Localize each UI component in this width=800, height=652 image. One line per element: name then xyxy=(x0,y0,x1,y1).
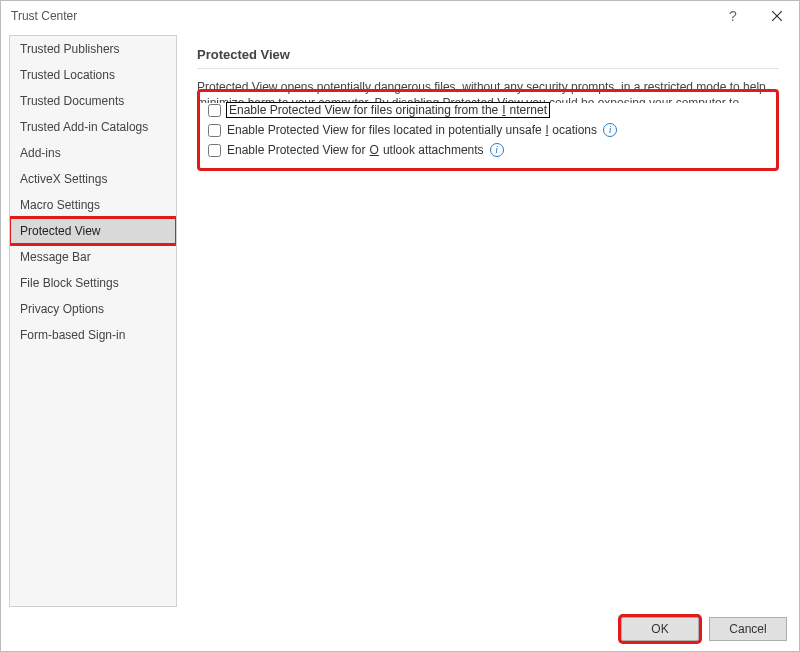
category-sidebar: Trusted Publishers Trusted Locations Tru… xyxy=(9,35,177,607)
checkbox-internet[interactable] xyxy=(208,104,221,117)
option-unsafe-locations[interactable]: Enable Protected View for files located … xyxy=(208,120,768,140)
main-panel: Protected View Protected View opens pote… xyxy=(185,35,791,607)
sidebar-item-privacy-options[interactable]: Privacy Options xyxy=(10,296,176,322)
help-icon: ? xyxy=(729,8,737,24)
sidebar-item-message-bar[interactable]: Message Bar xyxy=(10,244,176,270)
sidebar-item-form-based-signin[interactable]: Form-based Sign-in xyxy=(10,322,176,348)
dialog-body: Trusted Publishers Trusted Locations Tru… xyxy=(1,31,799,607)
option-outlook-attachments[interactable]: Enable Protected View for Outlook attach… xyxy=(208,140,768,160)
titlebar: Trust Center ? xyxy=(1,1,799,31)
sidebar-item-label: Trusted Publishers xyxy=(20,42,120,56)
sidebar-item-label: Trusted Locations xyxy=(20,68,115,82)
info-icon[interactable]: i xyxy=(490,143,504,157)
sidebar-item-label: Privacy Options xyxy=(20,302,104,316)
sidebar-item-label: Trusted Documents xyxy=(20,94,124,108)
protected-view-options: Enable Protected View for files originat… xyxy=(197,89,779,171)
dialog-footer: OK Cancel xyxy=(1,607,799,651)
sidebar-item-activex-settings[interactable]: ActiveX Settings xyxy=(10,166,176,192)
option-label: Enable Protected View for files located … xyxy=(227,123,597,137)
sidebar-item-addins[interactable]: Add-ins xyxy=(10,140,176,166)
ok-button[interactable]: OK xyxy=(621,617,699,641)
sidebar-item-label: Form-based Sign-in xyxy=(20,328,125,342)
sidebar-item-trusted-documents[interactable]: Trusted Documents xyxy=(10,88,176,114)
sidebar-item-trusted-addin-catalogs[interactable]: Trusted Add-in Catalogs xyxy=(10,114,176,140)
option-internet[interactable]: Enable Protected View for files originat… xyxy=(208,100,768,120)
checkbox-outlook-attachments[interactable] xyxy=(208,144,221,157)
sidebar-item-macro-settings[interactable]: Macro Settings xyxy=(10,192,176,218)
section-title: Protected View xyxy=(197,47,779,69)
cancel-button[interactable]: Cancel xyxy=(709,617,787,641)
sidebar-item-label: Message Bar xyxy=(20,250,91,264)
close-icon xyxy=(771,10,783,22)
close-button[interactable] xyxy=(755,1,799,31)
sidebar-item-file-block-settings[interactable]: File Block Settings xyxy=(10,270,176,296)
sidebar-item-trusted-publishers[interactable]: Trusted Publishers xyxy=(10,36,176,62)
sidebar-item-label: Macro Settings xyxy=(20,198,100,212)
help-button[interactable]: ? xyxy=(711,1,755,31)
window-title: Trust Center xyxy=(11,9,711,23)
sidebar-item-label: Add-ins xyxy=(20,146,61,160)
sidebar-item-label: Trusted Add-in Catalogs xyxy=(20,120,148,134)
info-icon[interactable]: i xyxy=(603,123,617,137)
sidebar-item-protected-view[interactable]: Protected View xyxy=(10,218,176,244)
sidebar-item-label: ActiveX Settings xyxy=(20,172,107,186)
sidebar-item-label: File Block Settings xyxy=(20,276,119,290)
checkbox-unsafe-locations[interactable] xyxy=(208,124,221,137)
sidebar-item-label: Protected View xyxy=(20,224,101,238)
option-label: Enable Protected View for Outlook attach… xyxy=(227,143,484,157)
trust-center-dialog: Trust Center ? Trusted Publishers Truste… xyxy=(0,0,800,652)
option-label: Enable Protected View for files originat… xyxy=(227,103,549,117)
sidebar-item-trusted-locations[interactable]: Trusted Locations xyxy=(10,62,176,88)
